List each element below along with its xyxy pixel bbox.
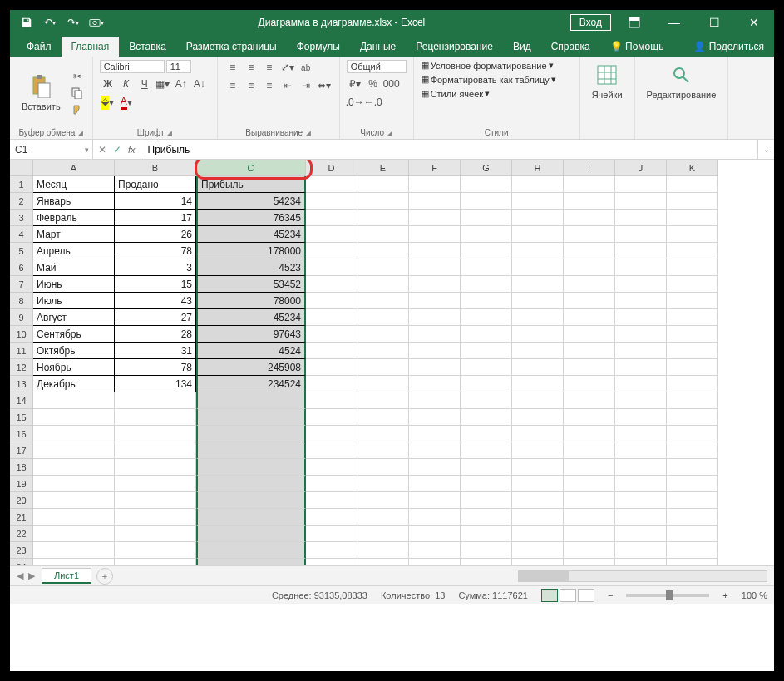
cell[interactable]: [357, 542, 409, 559]
comma-icon[interactable]: 000: [383, 76, 400, 91]
number-format-select[interactable]: Общий: [347, 60, 407, 73]
cell[interactable]: [512, 276, 564, 293]
font-size-input[interactable]: [166, 60, 191, 73]
maximize-icon[interactable]: ☐: [698, 10, 731, 35]
add-sheet-icon[interactable]: +: [96, 568, 113, 585]
cell[interactable]: [667, 392, 718, 409]
tell-me-button[interactable]: 💡 Помощь: [600, 37, 674, 57]
cell[interactable]: [667, 210, 718, 226]
cell[interactable]: [196, 492, 306, 509]
cell[interactable]: [306, 542, 357, 559]
sheet-next-icon[interactable]: ▶: [28, 570, 35, 581]
cell[interactable]: 134: [115, 376, 196, 392]
horizontal-scrollbar[interactable]: [518, 570, 767, 582]
cell[interactable]: [461, 542, 512, 559]
save-icon[interactable]: [17, 12, 37, 32]
cell[interactable]: [357, 526, 409, 542]
cell[interactable]: [306, 243, 357, 259]
row-header[interactable]: 1: [10, 176, 33, 193]
cell[interactable]: Апрель: [33, 243, 115, 259]
cell[interactable]: 3: [115, 259, 196, 276]
col-header-C[interactable]: C: [196, 160, 306, 176]
cell[interactable]: [306, 326, 357, 343]
cell[interactable]: [461, 193, 512, 210]
cell[interactable]: [196, 409, 306, 426]
cell[interactable]: [615, 542, 667, 559]
cell[interactable]: [306, 226, 357, 243]
cell[interactable]: [33, 392, 115, 409]
cell[interactable]: [512, 259, 564, 276]
share-button[interactable]: 👤 Поделиться: [683, 37, 774, 57]
cell[interactable]: [357, 409, 409, 426]
cell[interactable]: [564, 293, 615, 309]
ribbon-options-icon[interactable]: [618, 10, 651, 35]
cell[interactable]: [615, 509, 667, 526]
cell[interactable]: [115, 526, 196, 542]
cell[interactable]: [461, 492, 512, 509]
cell[interactable]: [409, 259, 461, 276]
cell[interactable]: Октябрь: [33, 343, 115, 359]
cell[interactable]: [196, 559, 306, 565]
cell[interactable]: [306, 176, 357, 193]
row-header[interactable]: 13: [10, 376, 33, 392]
cell[interactable]: 54234: [196, 193, 306, 210]
cell[interactable]: [409, 392, 461, 409]
cell[interactable]: [615, 376, 667, 392]
cell[interactable]: Декабрь: [33, 376, 115, 392]
cell[interactable]: [512, 176, 564, 193]
cell[interactable]: [615, 343, 667, 359]
ribbon-tab-формулы[interactable]: Формулы: [287, 37, 350, 57]
cell[interactable]: [357, 293, 409, 309]
cell[interactable]: [615, 309, 667, 326]
cell[interactable]: [564, 276, 615, 293]
cell[interactable]: [357, 392, 409, 409]
cell[interactable]: [667, 276, 718, 293]
cell[interactable]: 245908: [196, 359, 306, 376]
cell[interactable]: [409, 559, 461, 565]
cell[interactable]: [115, 459, 196, 476]
cell[interactable]: [667, 243, 718, 259]
cell[interactable]: 14: [115, 193, 196, 210]
cell[interactable]: [306, 459, 357, 476]
cell[interactable]: [409, 359, 461, 376]
sheet-prev-icon[interactable]: ◀: [17, 570, 23, 581]
cell[interactable]: [196, 526, 306, 542]
cell[interactable]: [357, 276, 409, 293]
cell[interactable]: [615, 176, 667, 193]
cell[interactable]: Март: [33, 226, 115, 243]
cell[interactable]: [564, 359, 615, 376]
row-header[interactable]: 19: [10, 476, 33, 492]
cell[interactable]: [461, 293, 512, 309]
align-left-icon[interactable]: ≡: [224, 78, 241, 93]
cell[interactable]: [615, 459, 667, 476]
cell[interactable]: [512, 226, 564, 243]
cell[interactable]: [564, 476, 615, 492]
cell[interactable]: [33, 559, 115, 565]
cell[interactable]: [461, 409, 512, 426]
cell[interactable]: [306, 343, 357, 359]
row-header[interactable]: 24: [10, 559, 33, 565]
cell[interactable]: [33, 492, 115, 509]
currency-icon[interactable]: ₽▾: [347, 76, 363, 91]
col-header-D[interactable]: D: [306, 160, 357, 176]
align-right-icon[interactable]: ≡: [261, 78, 278, 93]
zoom-in-icon[interactable]: +: [722, 590, 727, 600]
row-header[interactable]: 11: [10, 343, 33, 359]
cell[interactable]: 28: [115, 326, 196, 343]
cell[interactable]: [461, 476, 512, 492]
cell[interactable]: [306, 442, 357, 459]
cell[interactable]: [306, 309, 357, 326]
cell[interactable]: [196, 542, 306, 559]
cell[interactable]: Сентябрь: [33, 326, 115, 343]
cell[interactable]: [409, 276, 461, 293]
row-header[interactable]: 17: [10, 442, 33, 459]
cell[interactable]: [409, 442, 461, 459]
cell[interactable]: [461, 326, 512, 343]
align-bottom-icon[interactable]: ≡: [261, 60, 278, 75]
cell[interactable]: 78000: [196, 293, 306, 309]
ribbon-tab-вставка[interactable]: Вставка: [119, 37, 176, 57]
cell[interactable]: [615, 426, 667, 442]
col-header-E[interactable]: E: [357, 160, 409, 176]
cell[interactable]: [667, 459, 718, 476]
cell[interactable]: [115, 492, 196, 509]
